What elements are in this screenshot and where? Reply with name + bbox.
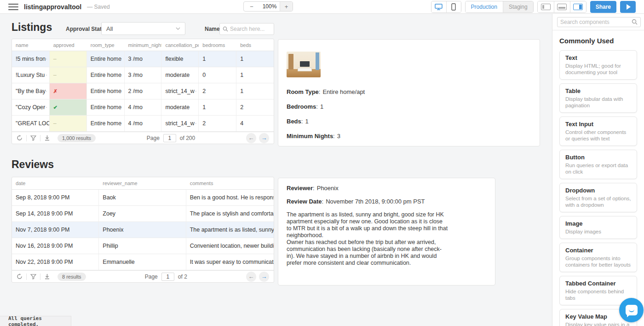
column-header-bedrooms[interactable]: bedrooms xyxy=(199,42,236,48)
toggle-left-panel-button[interactable] xyxy=(538,1,554,12)
results-count-badge: 1,000 results xyxy=(58,134,96,142)
filter-button[interactable] xyxy=(30,135,36,141)
cell-expand-icon[interactable] xyxy=(266,238,272,254)
table-row[interactable]: Nov 22, 2018 9:00 PM Emmanuelle It was s… xyxy=(12,254,274,270)
page-number-input[interactable] xyxy=(163,134,176,142)
zoom-in-button[interactable]: + xyxy=(280,2,293,11)
search-icon xyxy=(632,19,638,25)
reviewer-line: Reviewer:Phoenix xyxy=(287,185,487,192)
arrow-left-icon: ← xyxy=(248,134,254,141)
approval-status-dropdown[interactable]: All xyxy=(101,22,185,35)
component-card-dropdown[interactable]: Dropdown Select from a set of options, w… xyxy=(559,183,637,212)
cell-expand-icon[interactable] xyxy=(266,206,272,221)
hamburger-menu-icon[interactable] xyxy=(8,4,18,10)
column-header-name[interactable]: name xyxy=(12,42,50,48)
app-window: listingapprovaltool — Saved − 100% + Pro… xyxy=(0,0,644,326)
environment-production-button[interactable]: Production xyxy=(466,1,503,12)
refresh-button[interactable] xyxy=(17,274,23,279)
column-header-cancellation-policy[interactable]: cancellation_poli... xyxy=(161,42,199,48)
cell-expand-icon[interactable] xyxy=(117,99,122,115)
table-row[interactable]: Sep 14, 2018 9:00 PM Zoey The place is s… xyxy=(12,206,274,222)
cell-expand-icon[interactable] xyxy=(42,83,47,99)
cell-expand-icon[interactable] xyxy=(42,99,47,115)
download-button[interactable] xyxy=(44,274,50,279)
previous-page-button[interactable]: ← xyxy=(246,133,256,143)
listings-table-footer: 1,000 results Page of 200 ← → xyxy=(12,132,274,144)
listings-table-header: name approved room_type minimum_nights c… xyxy=(12,39,274,51)
page-number-input[interactable] xyxy=(161,273,174,281)
table-row[interactable]: !Luxury Stu – Entire home 3 /mo moderate… xyxy=(12,67,274,83)
share-button[interactable]: Share xyxy=(590,1,616,13)
environment-staging-button[interactable]: Staging xyxy=(503,1,533,12)
cell-expand-icon[interactable] xyxy=(117,83,122,99)
table-row[interactable]: "Cozy Oper ✔ Entire home 4 /mo moderate … xyxy=(12,99,274,116)
component-search-input[interactable] xyxy=(560,19,632,25)
chat-launcher-button[interactable] xyxy=(619,298,644,322)
cell-expand-icon[interactable] xyxy=(266,222,272,238)
cell-expand-icon[interactable] xyxy=(191,116,196,131)
download-button[interactable] xyxy=(44,135,50,141)
component-card-text-input[interactable]: Text Input Control other components or q… xyxy=(559,116,637,146)
column-header-approved[interactable]: approved xyxy=(50,42,87,48)
table-row[interactable]: "By the Bay ✗ Entire home 2 /mo strict_1… xyxy=(12,83,274,99)
desktop-view-button[interactable] xyxy=(431,1,446,12)
zoom-control: − 100% + xyxy=(243,1,293,12)
component-card-container[interactable]: Container Group components into containe… xyxy=(559,243,637,272)
component-card-table[interactable]: Table Display tabular data with paginati… xyxy=(559,83,637,113)
component-card-desc: Select from a set of options, with a dro… xyxy=(565,195,631,208)
cell-expand-icon[interactable] xyxy=(42,116,47,131)
bedrooms-line: Bedrooms:1 xyxy=(287,103,531,110)
reviews-table: date reviewer_name comments Sep 8, 2018 … xyxy=(12,177,274,283)
cell-expand-icon[interactable] xyxy=(42,67,47,83)
cell-expand-icon[interactable] xyxy=(42,51,47,67)
run-button[interactable] xyxy=(620,1,636,13)
mobile-view-button[interactable] xyxy=(446,1,461,12)
column-header-beds[interactable]: beds xyxy=(236,42,274,48)
name-search-input[interactable] xyxy=(230,26,270,32)
name-filter-label: Name xyxy=(205,26,220,32)
next-page-button[interactable]: → xyxy=(259,133,269,143)
cell-expand-icon[interactable] xyxy=(266,190,272,205)
arrow-right-icon: → xyxy=(261,273,267,280)
toggle-right-panel-button[interactable] xyxy=(570,1,586,12)
cell-expand-icon[interactable] xyxy=(117,67,122,83)
approval-status-value: All xyxy=(106,25,176,32)
listings-title: Listings xyxy=(12,21,52,34)
search-icon xyxy=(223,26,228,32)
previous-page-button[interactable]: ← xyxy=(246,272,256,282)
refresh-icon xyxy=(17,274,23,279)
component-card-title: Text xyxy=(565,54,631,62)
component-card-button[interactable]: Button Run queries or export data on cli… xyxy=(559,150,637,179)
cell-expand-icon[interactable] xyxy=(266,254,272,270)
next-page-button[interactable]: → xyxy=(259,272,269,282)
zoom-out-button[interactable]: − xyxy=(244,2,259,11)
toggle-bottom-panel-button[interactable] xyxy=(554,1,570,12)
reviews-table-footer: 8 results Page of 2 ← → xyxy=(12,270,274,282)
table-row[interactable]: Nov 7, 2018 9:00 PM Phoenix The apartmen… xyxy=(12,222,274,238)
cell-expand-icon[interactable] xyxy=(117,116,122,131)
query-status-bar[interactable]: All queries completed. xyxy=(0,316,71,326)
filter-button[interactable] xyxy=(30,274,36,279)
table-row[interactable]: Sep 8, 2018 9:00 PM Baok Ben is a good h… xyxy=(12,190,274,206)
approved-cell-approved: ✔ xyxy=(50,99,87,115)
column-header-room-type[interactable]: room_type xyxy=(87,42,125,48)
component-card-image[interactable]: Image Display images xyxy=(559,216,637,239)
column-header-reviewer-name[interactable]: reviewer_name xyxy=(99,180,186,186)
table-row[interactable]: "GREAT LOC – Entire home 4 /mo strict_14… xyxy=(12,116,274,132)
table-row[interactable]: Nov 16, 2018 9:00 PM Phillip Convenient … xyxy=(12,238,274,254)
approved-cell: – xyxy=(50,116,87,131)
cell-expand-icon[interactable] xyxy=(191,83,196,99)
left-panel-icon xyxy=(541,4,551,10)
column-header-minimum-nights[interactable]: minimum_nights xyxy=(125,42,162,48)
filter-icon xyxy=(30,274,36,279)
component-card-text[interactable]: Text Display HTML; good for documenting … xyxy=(559,50,637,80)
column-header-comments[interactable]: comments xyxy=(186,180,274,186)
refresh-icon xyxy=(17,135,23,141)
app-canvas: Listings Approval Status All Name name a… xyxy=(0,14,552,326)
table-row[interactable]: !5 mins fron – Entire home 3 /mo flexibl… xyxy=(12,51,274,67)
play-icon xyxy=(627,4,631,10)
refresh-button[interactable] xyxy=(17,135,23,141)
arrow-left-icon: ← xyxy=(248,273,254,280)
column-header-date[interactable]: date xyxy=(12,180,99,186)
cell-expand-icon[interactable] xyxy=(117,51,122,67)
